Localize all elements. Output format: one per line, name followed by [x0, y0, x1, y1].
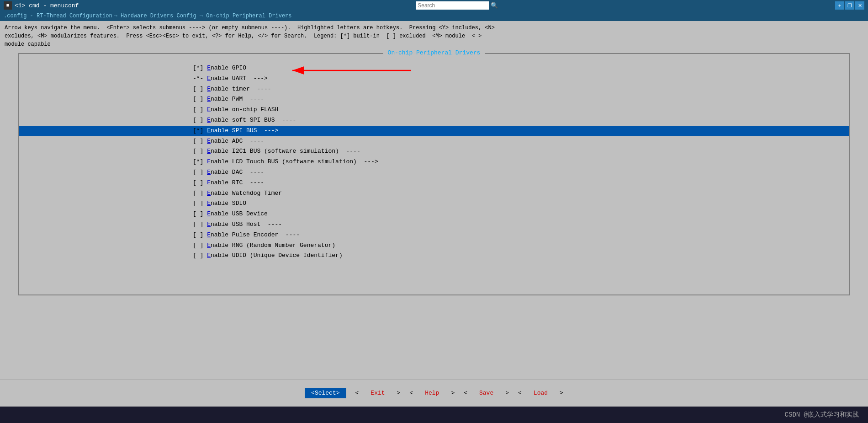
- help-label-gt: >: [451, 390, 455, 396]
- menu-item[interactable]: [ ] Enable USB Host ----: [19, 220, 849, 230]
- item-prefix: [ ]: [193, 231, 207, 238]
- item-hotkey: E: [207, 200, 211, 207]
- menu-item[interactable]: [ ] Enable soft SPI BUS ----: [19, 115, 849, 126]
- item-prefix: [ ]: [193, 190, 207, 197]
- item-hotkey: E: [207, 158, 211, 165]
- add-button[interactable]: +: [835, 1, 844, 10]
- menu-item[interactable]: [ ] Enable DAC ----: [19, 167, 849, 178]
- menu-item[interactable]: [ ] Enable UDID (Unique Device Identifie…: [19, 251, 849, 261]
- item-hotkey: E: [207, 106, 211, 113]
- item-text: nable Watchdog Timer: [211, 190, 282, 197]
- menu-item[interactable]: -*- Enable UART --->: [19, 74, 849, 84]
- item-text: nable I2C1 BUS (software simulation) ---…: [211, 148, 360, 155]
- menu-item[interactable]: [ ] Enable timer ----: [19, 84, 849, 95]
- item-hotkey: E: [207, 148, 211, 155]
- title-icon: ■: [4, 1, 12, 10]
- item-text: nable GPIO: [211, 64, 246, 71]
- item-hotkey: E: [207, 86, 211, 92]
- exit-button[interactable]: Exit: [368, 388, 387, 398]
- menu-items-container: [*] Enable GPIO-*- Enable UART --->[ ] E…: [19, 63, 849, 261]
- bottom-toolbar: <Select> < Exit > < Help > < Save > < Lo…: [0, 379, 868, 407]
- breadcrumb-bar: .config - RT-Thread Configuration → Hard…: [0, 11, 868, 21]
- help-label-lt: <: [409, 390, 413, 396]
- menu-item[interactable]: [ ] Enable ADC ----: [19, 136, 849, 147]
- menu-item[interactable]: [ ] Enable USB Device: [19, 209, 849, 220]
- item-text: nable on-chip FLASH: [211, 106, 278, 113]
- item-hotkey: E: [207, 96, 211, 102]
- exit-label-gt: >: [397, 390, 401, 396]
- item-prefix: [ ]: [193, 179, 207, 186]
- item-text: nable SPI BUS --->: [211, 127, 278, 134]
- item-text: nable DAC ----: [211, 169, 264, 176]
- title-text: <1> cmd - menuconf: [15, 2, 79, 9]
- menu-item[interactable]: [ ] Enable PWM ----: [19, 94, 849, 105]
- menu-item[interactable]: [ ] Enable SDIO: [19, 198, 849, 209]
- item-prefix: [ ]: [193, 86, 207, 92]
- search-icon[interactable]: 🔍: [491, 2, 498, 9]
- item-prefix: [ ]: [193, 106, 207, 113]
- main-area: Arrow keys navigate the menu. <Enter> se…: [0, 21, 868, 379]
- save-button[interactable]: Save: [476, 388, 496, 398]
- panel-title: On-chip Peripheral Drivers: [383, 49, 485, 56]
- item-hotkey: E: [207, 75, 211, 82]
- item-text: nable Pulse Encoder ----: [211, 231, 300, 238]
- breadcrumb-config: .config - RT-Thread Configuration: [4, 13, 112, 19]
- item-hotkey: E: [207, 231, 211, 238]
- item-text: nable PWM ----: [211, 96, 264, 102]
- menu-item[interactable]: [ ] Enable Pulse Encoder ----: [19, 230, 849, 241]
- menu-item[interactable]: [*] Enable GPIO: [19, 63, 849, 74]
- item-text: nable USB Host ----: [211, 221, 282, 228]
- load-label-lt: <: [518, 390, 522, 396]
- item-hotkey: E: [207, 138, 211, 145]
- item-text: nable LCD Touch BUS (software simulation…: [211, 158, 378, 165]
- menu-item[interactable]: [*] Enable LCD Touch BUS (software simul…: [19, 157, 849, 167]
- menu-item[interactable]: [ ] Enable on-chip FLASH: [19, 105, 849, 115]
- item-prefix: -*-: [193, 75, 207, 82]
- item-text: nable RNG (Random Number Generator): [211, 242, 335, 249]
- item-prefix: [ ]: [193, 242, 207, 249]
- breadcrumb-path: → Hardware Drivers Config → On-chip Peri…: [114, 13, 292, 19]
- status-bar: CSDN @嵌入式学习和实践: [0, 407, 868, 423]
- search-area: 🔍: [416, 1, 498, 10]
- search-input[interactable]: [416, 1, 489, 10]
- cmd-icon: ■: [6, 3, 10, 8]
- select-button[interactable]: <Select>: [305, 388, 346, 398]
- watermark: CSDN @嵌入式学习和实践: [785, 411, 859, 419]
- menu-panel: On-chip Peripheral Drivers [*] Enable GP…: [18, 53, 850, 295]
- save-label-gt: >: [505, 390, 509, 396]
- item-text: nable RTC ----: [211, 179, 264, 186]
- title-controls: + ❐ ✕: [835, 1, 864, 10]
- menu-item[interactable]: [ ] Enable I2C1 BUS (software simulation…: [19, 146, 849, 157]
- item-hotkey: E: [207, 252, 211, 259]
- menu-item[interactable]: [ ] Enable RTC ----: [19, 178, 849, 188]
- item-text: nable UDID (Unique Device Identifier): [211, 252, 343, 259]
- item-prefix: [*]: [193, 158, 207, 165]
- item-hotkey: E: [207, 127, 211, 134]
- menu-item[interactable]: [*] Enable SPI BUS --->: [19, 126, 849, 136]
- item-prefix: [ ]: [193, 210, 207, 217]
- item-prefix: [ ]: [193, 117, 207, 123]
- close-button[interactable]: ✕: [855, 1, 864, 10]
- restore-button[interactable]: ❐: [845, 1, 854, 10]
- title-bar: ■ <1> cmd - menuconf 🔍 + ❐ ✕: [0, 0, 868, 11]
- help-button[interactable]: Help: [422, 388, 442, 398]
- item-text: nable SDIO: [211, 200, 246, 207]
- item-hotkey: E: [207, 190, 211, 197]
- load-label-gt: >: [560, 390, 563, 396]
- item-hotkey: E: [207, 64, 211, 71]
- item-hotkey: E: [207, 210, 211, 217]
- exit-label-lt: <: [355, 390, 359, 396]
- item-prefix: [ ]: [193, 221, 207, 228]
- menu-item[interactable]: [ ] Enable RNG (Random Number Generator): [19, 241, 849, 251]
- menu-item[interactable]: [ ] Enable Watchdog Timer: [19, 188, 849, 199]
- item-prefix: [ ]: [193, 96, 207, 102]
- item-text: nable ADC ----: [211, 138, 264, 145]
- item-prefix: [ ]: [193, 148, 207, 155]
- item-text: nable USB Device: [211, 210, 268, 217]
- item-hotkey: E: [207, 242, 211, 249]
- item-prefix: [*]: [193, 127, 207, 134]
- load-button[interactable]: Load: [531, 388, 550, 398]
- item-prefix: [ ]: [193, 169, 207, 176]
- item-hotkey: E: [207, 179, 211, 186]
- item-text: nable timer ----: [211, 86, 271, 92]
